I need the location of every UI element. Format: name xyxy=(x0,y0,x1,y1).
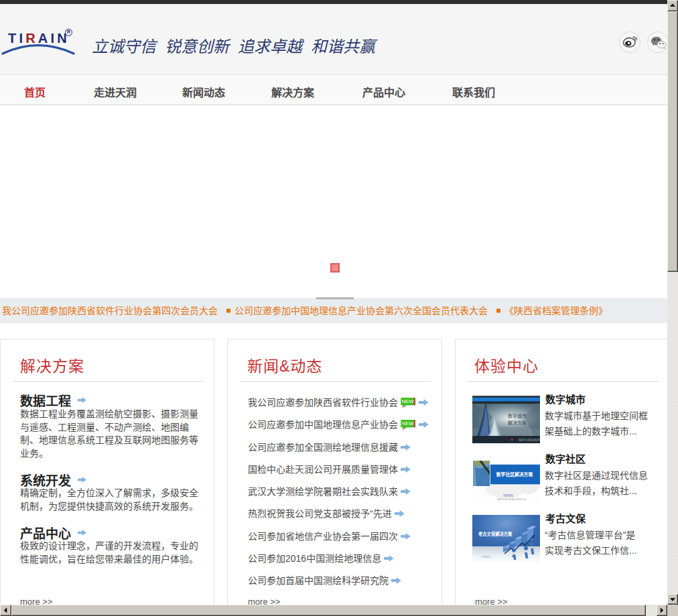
svg-text:NEW: NEW xyxy=(402,398,415,404)
svg-text:陕西天润科技股份有限公司: 陕西天润科技股份有限公司 xyxy=(519,438,540,442)
svg-text:数字社区解决方案: 数字社区解决方案 xyxy=(496,471,533,477)
svg-text:解决方案: 解决方案 xyxy=(508,420,527,426)
svg-text:考古文保解决方案: 考古文保解决方案 xyxy=(478,531,513,537)
svg-text:数字城市: 数字城市 xyxy=(508,413,527,419)
svg-text:TIRAIN: TIRAIN xyxy=(481,555,490,558)
svg-text:NEW: NEW xyxy=(402,420,415,427)
svg-text:TIRAIN: TIRAIN xyxy=(503,494,513,497)
svg-text:陕西天润科技股份有限公司: 陕西天润科技股份有限公司 xyxy=(497,497,527,501)
